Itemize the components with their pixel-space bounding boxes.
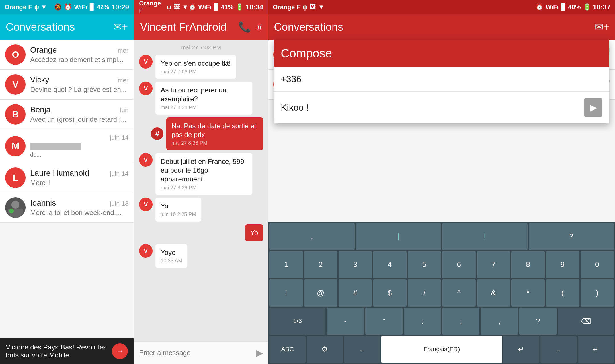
conv-item-laure[interactable]: L Laure Humanoid juin 14 Merci ! bbox=[0, 163, 134, 193]
conv-preview-m-blurred bbox=[30, 143, 81, 150]
battery-2: 41% bbox=[221, 3, 233, 11]
key-amp[interactable]: & bbox=[477, 279, 510, 306]
compose-title: Compose bbox=[281, 47, 602, 60]
msg-time-4: mai 27 8:39 PM bbox=[161, 185, 247, 191]
compose-to-field[interactable]: +336 bbox=[274, 67, 609, 92]
key-at[interactable]: @ bbox=[304, 279, 337, 306]
bubble-3: Na. Pas de date de sortie et pas de prix… bbox=[166, 117, 263, 150]
conv-item-ioannis[interactable]: Ioannis juin 13 Merci a toi et bon week-… bbox=[0, 193, 134, 223]
avatar-laure: L bbox=[5, 167, 26, 188]
msg-text-5: Yo bbox=[161, 202, 196, 210]
msg-text-3: Na. Pas de date de sortie et pas de prix bbox=[171, 121, 258, 139]
key-colon[interactable]: : bbox=[404, 308, 441, 335]
time-1: 10:29 bbox=[112, 3, 129, 11]
key-semicolon[interactable]: ; bbox=[442, 308, 479, 335]
msg-text-6: Yo bbox=[250, 228, 258, 237]
conv-preview-laure: Merci ! bbox=[30, 179, 128, 187]
key-settings[interactable]: ⚙ bbox=[307, 336, 343, 363]
compose-header: Compose bbox=[274, 40, 609, 67]
panel-chat: Orange F ψ 🖼 ▼ ⏰ WiFi ▊ 41% 🔋 10:34 Vinc… bbox=[134, 0, 268, 364]
key-pipe[interactable]: | bbox=[356, 223, 441, 250]
keyboard-row-3: ! @ # $ / ^ & * ( ) bbox=[268, 278, 615, 306]
notification-arrow-btn[interactable]: → bbox=[112, 343, 128, 359]
key-star[interactable]: * bbox=[511, 279, 545, 306]
key-1[interactable]: 1 bbox=[269, 251, 303, 278]
conv-name-orange: Orange bbox=[30, 46, 57, 55]
key-enter-down[interactable]: ↵ bbox=[503, 336, 539, 363]
message-row-3: Na. Pas de date de sortie et pas de prix… bbox=[139, 117, 263, 150]
mute-icon-1: 🔕 bbox=[54, 3, 62, 11]
key-dots-right[interactable]: ... bbox=[540, 336, 577, 363]
conv-item-vicky[interactable]: V Vicky mer Devine quoi ? La grève est e… bbox=[0, 70, 134, 100]
avatar-v-2: V bbox=[139, 82, 153, 95]
key-rparen[interactable]: ) bbox=[581, 279, 614, 306]
message-input[interactable] bbox=[139, 345, 253, 361]
conv-info-orange: Orange mer Accédez rapidement et simpl..… bbox=[30, 46, 128, 64]
key-8[interactable]: 8 bbox=[511, 251, 545, 278]
key-spacebar[interactable]: Français(FR) bbox=[381, 336, 502, 363]
conv-date-benja: lun bbox=[120, 107, 128, 114]
key-dquote[interactable]: " bbox=[365, 308, 403, 335]
compose-icon-1[interactable]: ✉+ bbox=[113, 21, 128, 33]
key-dots-left[interactable]: ... bbox=[344, 336, 380, 363]
key-exclaim-top[interactable]: ! bbox=[442, 223, 527, 250]
compose-overlay: Compose +336 Kikoo ! ▶ bbox=[274, 40, 609, 123]
key-3[interactable]: 3 bbox=[339, 251, 372, 278]
key-2[interactable]: 2 bbox=[304, 251, 337, 278]
key-0[interactable]: 0 bbox=[581, 251, 614, 278]
conv-name-laure: Laure Humanoid bbox=[30, 169, 89, 178]
conv-name-benja: Benja bbox=[30, 105, 51, 114]
app-title-1: Conversations bbox=[6, 21, 75, 33]
conv-item-orange[interactable]: O Orange mer Accédez rapidement et simpl… bbox=[0, 40, 134, 70]
hash-badge-1[interactable]: # bbox=[151, 127, 163, 140]
compose-icon-3[interactable]: ✉+ bbox=[595, 21, 609, 33]
key-dollar[interactable]: $ bbox=[373, 279, 406, 306]
carrier-3: Orange F bbox=[273, 3, 300, 11]
avatar-v-3: V bbox=[139, 153, 153, 167]
key-caret[interactable]: ^ bbox=[442, 279, 475, 306]
key-9[interactable]: 9 bbox=[546, 251, 579, 278]
key-lparen[interactable]: ( bbox=[546, 279, 579, 306]
key-exclaim[interactable]: ! bbox=[269, 279, 303, 306]
key-question-top[interactable]: ? bbox=[529, 223, 614, 250]
phone-icon[interactable]: 📞 bbox=[238, 21, 251, 33]
key-1of3[interactable]: 1/3 bbox=[269, 308, 325, 335]
key-backspace[interactable]: ⌫ bbox=[558, 308, 614, 335]
status-right-1: 🔕 ⏰ WiFi ▊ 42% 10:29 bbox=[54, 3, 129, 11]
avatar-v-4: V bbox=[139, 198, 153, 211]
time-3: 10:37 bbox=[593, 3, 610, 11]
conv-item-m[interactable]: M juin 14 de... bbox=[0, 129, 134, 163]
caret-icon-2: ▼ bbox=[182, 3, 188, 11]
battery-1: 42% bbox=[97, 3, 109, 11]
key-dash[interactable]: - bbox=[327, 308, 364, 335]
msg-time-7: 10:33 AM bbox=[161, 258, 182, 264]
key-enter[interactable]: ↵ bbox=[578, 336, 614, 363]
msg-time-5: juin 10 2:25 PM bbox=[161, 212, 196, 218]
conv-info-ioannis: Ioannis juin 13 Merci a toi et bon week-… bbox=[30, 198, 128, 217]
status-right-2: ⏰ WiFi ▊ 41% 🔋 10:34 bbox=[188, 3, 263, 11]
key-7[interactable]: 7 bbox=[477, 251, 510, 278]
conv-info-vicky: Vicky mer Devine quoi ? La grève est en.… bbox=[30, 75, 128, 94]
signal-icon-2: ψ bbox=[167, 3, 171, 11]
compose-send-button[interactable]: ▶ bbox=[584, 98, 602, 117]
picture-icon-2: 🖼 bbox=[174, 3, 180, 11]
key-hash[interactable]: # bbox=[339, 279, 372, 306]
key-slash[interactable]: / bbox=[408, 279, 441, 306]
key-abc[interactable]: ABC bbox=[269, 336, 306, 363]
conv-item-benja[interactable]: B Benja lun Avec un (gros) jour de retar… bbox=[0, 100, 134, 129]
key-comma[interactable]: , bbox=[269, 223, 354, 250]
app-bar-3: Conversations ✉+ bbox=[268, 14, 615, 40]
compose-message-text[interactable]: Kikoo ! bbox=[281, 102, 309, 113]
alarm-icon-1: ⏰ bbox=[64, 3, 72, 11]
conv-preview-m: de... bbox=[30, 152, 128, 158]
hash-icon-appbar[interactable]: # bbox=[257, 22, 262, 32]
key-comma2[interactable]: , bbox=[481, 308, 518, 335]
key-6[interactable]: 6 bbox=[442, 251, 475, 278]
key-question2[interactable]: ? bbox=[519, 308, 557, 335]
send-button[interactable]: ▶ bbox=[256, 348, 263, 358]
message-row-7: V Yoyo 10:33 AM bbox=[139, 244, 263, 268]
key-5[interactable]: 5 bbox=[408, 251, 441, 278]
panel-compose: Orange F ψ 🖼 ▼ ⏰ WiFi ▊ 40% 🔋 10:37 Conv… bbox=[268, 0, 615, 364]
key-4[interactable]: 4 bbox=[373, 251, 406, 278]
msg-time-1: mai 27 7:06 PM bbox=[161, 69, 231, 75]
